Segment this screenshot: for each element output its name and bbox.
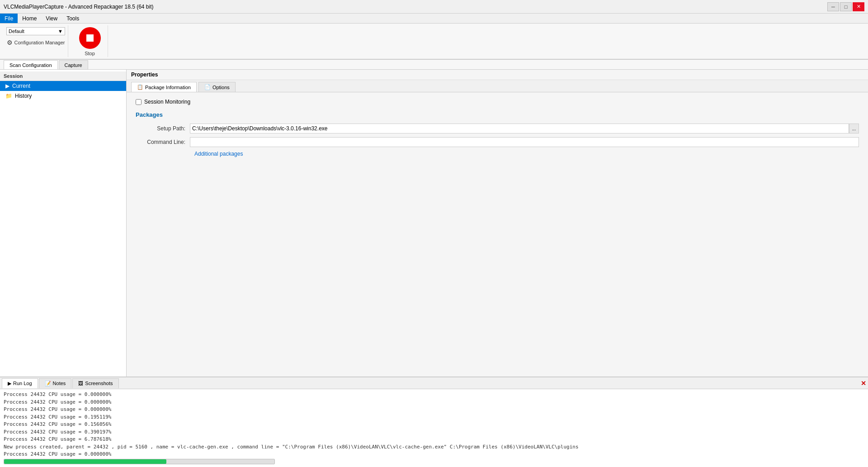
- log-line: Proccess 24432 CPU usage = 6.787618%: [4, 436, 864, 443]
- stop-label: Stop: [85, 51, 95, 56]
- progress-track: [4, 459, 275, 464]
- package-info-label: Package Information: [145, 85, 191, 90]
- bottom-panel: ▶ Run Log 📝 Notes 🖼 Screenshots ✕ Procce…: [0, 376, 868, 467]
- setup-path-label: Setup Path:: [136, 125, 190, 132]
- toolbar: Default ▼ ⚙ Configuration Manager Stop: [0, 24, 868, 60]
- log-area: Proccess 24432 CPU usage = 0.000000%Proc…: [0, 389, 868, 457]
- main-area: Session ▶ Current 📁 History Properties 📋…: [0, 70, 868, 376]
- notes-icon: 📝: [45, 381, 51, 386]
- sidebar-item-current[interactable]: ▶ Current: [0, 81, 126, 91]
- menu-bar: File Home View Tools: [0, 14, 868, 24]
- toolbar-default-section: Default ▼ ⚙ Configuration Manager: [4, 25, 68, 57]
- title-text: VLCMediaPlayerCapture - Advanced Repacka…: [4, 4, 154, 10]
- log-line: Proccess 24432 CPU usage = 0.000000%: [4, 399, 864, 406]
- title-bar: VLCMediaPlayerCapture - Advanced Repacka…: [0, 0, 868, 14]
- menu-file[interactable]: File: [0, 14, 18, 23]
- options-icon: 📄: [204, 84, 211, 90]
- sidebar-item-history[interactable]: 📁 History: [0, 91, 126, 101]
- current-arrow-icon: ▶: [5, 83, 9, 89]
- packages-section-title: Packages: [136, 111, 859, 118]
- setup-path-wrapper: ...: [190, 124, 859, 133]
- options-label: Options: [212, 85, 230, 90]
- menu-tools[interactable]: Tools: [62, 14, 84, 23]
- screenshots-icon: 🖼: [78, 381, 83, 386]
- default-label: Default: [9, 29, 58, 34]
- tab-package-information[interactable]: 📋 Package Information: [131, 82, 197, 92]
- history-folder-icon: 📁: [5, 93, 12, 99]
- properties-body: Session Monitoring Packages Setup Path: …: [127, 92, 868, 163]
- config-manager-label: Configuration Manager: [14, 40, 65, 45]
- dropdown-arrow: ▼: [58, 29, 63, 34]
- default-dropdown[interactable]: Default ▼: [6, 27, 65, 35]
- bottom-tab-run-log[interactable]: ▶ Run Log: [2, 378, 38, 388]
- session-monitoring-label: Session Monitoring: [144, 99, 190, 105]
- log-line: Proccess 24432 CPU usage = 0.000000%: [4, 391, 864, 399]
- screenshots-label: Screenshots: [85, 381, 113, 386]
- maximize-button[interactable]: □: [840, 2, 852, 11]
- bottom-tab-screenshots[interactable]: 🖼 Screenshots: [72, 378, 118, 388]
- additional-packages-row: Additional packages: [136, 151, 859, 157]
- log-line: Proccess 24432 CPU usage = 0.195119%: [4, 414, 864, 421]
- current-label: Current: [12, 83, 30, 89]
- menu-view[interactable]: View: [41, 14, 62, 23]
- session-monitoring-checkbox[interactable]: [136, 99, 142, 105]
- setup-path-input[interactable]: [190, 124, 849, 133]
- package-info-icon: 📋: [137, 84, 143, 90]
- additional-packages-link[interactable]: Additional packages: [194, 151, 243, 157]
- command-line-input[interactable]: [190, 137, 859, 147]
- progress-fill: [4, 459, 166, 464]
- log-line: New process created, parent = 24432 , pi…: [4, 443, 864, 451]
- properties-header: Properties: [127, 70, 868, 80]
- close-button[interactable]: ✕: [853, 2, 864, 11]
- minimize-button[interactable]: ─: [827, 2, 839, 11]
- stop-icon: [86, 34, 94, 42]
- session-monitoring-row: Session Monitoring: [136, 99, 859, 105]
- log-line: Proccess 24432 CPU usage = 0.000000%: [4, 451, 864, 457]
- menu-home[interactable]: Home: [18, 14, 41, 23]
- setup-path-row: Setup Path: ...: [136, 124, 859, 133]
- toolbar-subtabs: Scan Configuration Capture: [0, 60, 868, 70]
- config-manager-icon: ⚙: [7, 39, 13, 46]
- bottom-tabs: ▶ Run Log 📝 Notes 🖼 Screenshots ✕: [0, 377, 868, 389]
- tab-options[interactable]: 📄 Options: [198, 82, 236, 92]
- bottom-tab-notes[interactable]: 📝 Notes: [39, 378, 72, 388]
- subtab-capture[interactable]: Capture: [59, 60, 88, 69]
- config-manager-button[interactable]: ⚙ Configuration Manager: [7, 39, 65, 46]
- progress-bar-row: [0, 457, 868, 467]
- sidebar: Session ▶ Current 📁 History: [0, 70, 127, 376]
- browse-button[interactable]: ...: [849, 124, 859, 133]
- stop-button[interactable]: [79, 27, 101, 49]
- session-header: Session: [0, 71, 126, 81]
- log-line: Proccess 24432 CPU usage = 0.156056%: [4, 421, 864, 429]
- window-controls: ─ □ ✕: [827, 2, 864, 11]
- notes-label: Notes: [53, 381, 66, 386]
- toolbar-stop-section: Stop: [72, 25, 108, 57]
- command-line-row: Command Line:: [136, 137, 859, 147]
- properties-tabs: 📋 Package Information 📄 Options: [127, 80, 868, 92]
- command-line-label: Command Line:: [136, 139, 190, 145]
- log-line: Proccess 24432 CPU usage = 0.000000%: [4, 406, 864, 414]
- run-log-icon: ▶: [8, 381, 11, 386]
- properties-pane: Properties 📋 Package Information 📄 Optio…: [127, 70, 868, 376]
- history-label: History: [15, 93, 32, 99]
- log-line: Proccess 24432 CPU usage = 0.390197%: [4, 429, 864, 436]
- subtab-scan-configuration[interactable]: Scan Configuration: [4, 60, 58, 69]
- run-log-label: Run Log: [13, 381, 32, 386]
- close-bottom-panel-button[interactable]: ✕: [861, 380, 866, 387]
